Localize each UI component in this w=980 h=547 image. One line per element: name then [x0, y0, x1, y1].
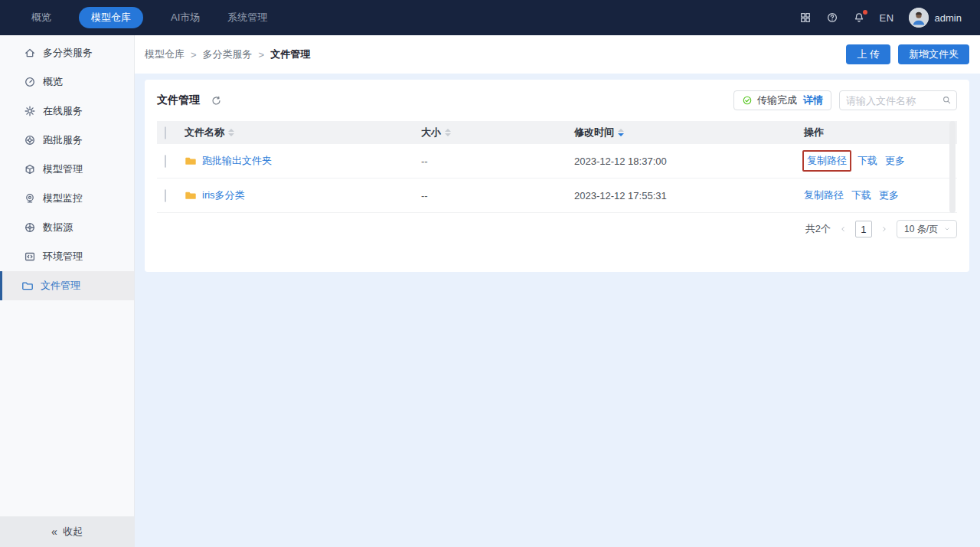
- transfer-detail-link[interactable]: 详情: [803, 93, 823, 107]
- batch-icon: [24, 134, 36, 146]
- topbar: 概览 模型仓库 AI市场 系统管理 EN admin: [0, 0, 980, 35]
- chevron-right-icon[interactable]: [880, 224, 889, 234]
- select-all-checkbox[interactable]: [165, 126, 166, 139]
- bell-icon[interactable]: [853, 11, 865, 24]
- sidebar-item-label: 在线服务: [43, 104, 83, 118]
- sidebar-item-file-management[interactable]: 文件管理: [0, 271, 134, 300]
- top-nav-system-admin[interactable]: 系统管理: [227, 7, 267, 28]
- sidebar-item-environment[interactable]: 环境管理: [0, 242, 134, 271]
- gear-icon: [24, 105, 36, 117]
- avatar: [909, 8, 929, 28]
- card-header-right: 传输完成 详情: [733, 90, 957, 110]
- breadcrumb-service[interactable]: 多分类服务: [203, 47, 253, 61]
- sidebar-item-model-monitoring[interactable]: 模型监控: [0, 184, 134, 213]
- pagination-total: 共2个: [805, 222, 831, 236]
- help-icon[interactable]: [826, 11, 838, 24]
- table-row: iris多分类 -- 2023-12-12 17:55:31 复制路径 下载 更…: [157, 179, 957, 213]
- transfer-status-badge: 传输完成 详情: [733, 90, 831, 110]
- annotation-box: 复制路径: [802, 150, 851, 172]
- topbar-right: EN admin: [799, 8, 962, 28]
- sort-icon-name[interactable]: [228, 129, 234, 136]
- top-nav-overview[interactable]: 概览: [31, 7, 51, 28]
- user-menu[interactable]: admin: [909, 8, 962, 28]
- file-name-link[interactable]: iris多分类: [202, 188, 245, 202]
- chevron-left-icon[interactable]: [838, 224, 848, 234]
- download-link[interactable]: 下载: [851, 188, 871, 202]
- upload-button[interactable]: 上 传: [846, 44, 890, 64]
- sidebar: 多分类服务 概览 在线服务 跑批服务 模型管理 模型监控: [0, 35, 135, 547]
- more-link[interactable]: 更多: [879, 188, 899, 202]
- page-number-current[interactable]: 1: [855, 221, 872, 237]
- sidebar-item-online-service[interactable]: 在线服务: [0, 97, 134, 126]
- breadcrumb-current: 文件管理: [270, 47, 310, 61]
- file-search: [839, 90, 957, 110]
- sort-icon-size[interactable]: [445, 129, 451, 136]
- top-nav-model-repo[interactable]: 模型仓库: [79, 7, 143, 28]
- row-checkbox[interactable]: [165, 155, 166, 168]
- column-actions: 操作: [801, 126, 957, 139]
- file-name-link[interactable]: 跑批输出文件夹: [202, 154, 272, 168]
- sidebar-item-label: 跑批服务: [43, 133, 83, 147]
- column-name[interactable]: 文件名称: [185, 126, 418, 139]
- sort-icon-modified[interactable]: [618, 129, 624, 136]
- check-circle-icon: [742, 95, 753, 106]
- column-modified-label: 修改时间: [574, 126, 614, 139]
- column-size-label: 大小: [421, 126, 441, 139]
- new-folder-button[interactable]: 新增文件夹: [898, 44, 969, 64]
- breadcrumb-bar: 模型仓库 > 多分类服务 > 文件管理 上 传 新增文件夹: [135, 35, 980, 74]
- column-modified[interactable]: 修改时间: [571, 126, 801, 139]
- pagination: 共2个 1 10 条/页: [157, 220, 957, 238]
- sidebar-item-label: 模型管理: [43, 162, 83, 176]
- language-switch[interactable]: EN: [880, 12, 894, 24]
- copy-path-link[interactable]: 复制路径: [807, 155, 847, 166]
- breadcrumb-model-repo[interactable]: 模型仓库: [145, 47, 185, 61]
- file-size: --: [418, 156, 571, 167]
- download-link[interactable]: 下载: [858, 154, 877, 168]
- page-size-select[interactable]: 10 条/页: [897, 220, 957, 238]
- table-header: 文件名称 大小 修改时间 操作: [157, 121, 957, 144]
- more-link[interactable]: 更多: [885, 154, 905, 168]
- search-icon[interactable]: [942, 95, 952, 105]
- monitor-icon: [24, 192, 36, 205]
- breadcrumb-separator: >: [259, 49, 265, 61]
- datasource-icon: [24, 221, 36, 234]
- file-management-card: 文件管理 传输完成 详情: [145, 80, 969, 272]
- copy-path-link[interactable]: 复制路径: [804, 188, 844, 202]
- page-size-label: 10 条/页: [904, 223, 938, 236]
- sidebar-item-label: 文件管理: [41, 279, 80, 293]
- sidebar-item-overview[interactable]: 概览: [0, 67, 134, 97]
- modified-time: 2023-12-12 18:37:00: [571, 156, 801, 167]
- breadcrumb: 模型仓库 > 多分类服务 > 文件管理: [145, 47, 310, 61]
- sidebar-item-label: 多分类服务: [43, 46, 93, 60]
- folder-icon: [185, 155, 197, 167]
- chevron-down-icon: [943, 225, 951, 233]
- sidebar-item-label: 模型监控: [43, 192, 83, 205]
- sidebar-collapse-button[interactable]: « 收起: [0, 516, 134, 547]
- sidebar-item-model-management[interactable]: 模型管理: [0, 155, 134, 184]
- main-area: 模型仓库 > 多分类服务 > 文件管理 上 传 新增文件夹 文件管理: [135, 35, 980, 547]
- cube-icon: [24, 163, 36, 175]
- table-scrollbar[interactable]: [949, 121, 956, 213]
- folder-icon: [185, 189, 197, 201]
- card-title: 文件管理: [157, 93, 200, 107]
- sidebar-menu: 多分类服务 概览 在线服务 跑批服务 模型管理 模型监控: [0, 35, 134, 300]
- home-icon: [24, 47, 36, 59]
- sidebar-item-data-source[interactable]: 数据源: [0, 213, 134, 242]
- double-chevron-left-icon: «: [51, 526, 57, 537]
- search-input[interactable]: [839, 90, 957, 110]
- sidebar-item-label: 概览: [43, 75, 63, 89]
- sidebar-item-service-root[interactable]: 多分类服务: [0, 38, 134, 67]
- gauge-icon: [24, 76, 36, 88]
- row-checkbox[interactable]: [165, 189, 166, 202]
- notification-dot: [863, 10, 867, 15]
- file-size: --: [418, 190, 571, 201]
- refresh-icon[interactable]: [211, 95, 222, 106]
- sidebar-item-batch-service[interactable]: 跑批服务: [0, 126, 134, 155]
- sidebar-item-label: 数据源: [43, 221, 73, 234]
- column-size[interactable]: 大小: [418, 126, 571, 139]
- apps-grid-icon[interactable]: [799, 11, 812, 24]
- app-window: 概览 模型仓库 AI市场 系统管理 EN admin 多分类服务 概览: [0, 0, 980, 547]
- top-nav-ai-market[interactable]: AI市场: [171, 7, 200, 28]
- sidebar-item-label: 环境管理: [43, 250, 83, 264]
- table-row: 跑批输出文件夹 -- 2023-12-12 18:37:00 复制路径 下载 更…: [157, 144, 957, 179]
